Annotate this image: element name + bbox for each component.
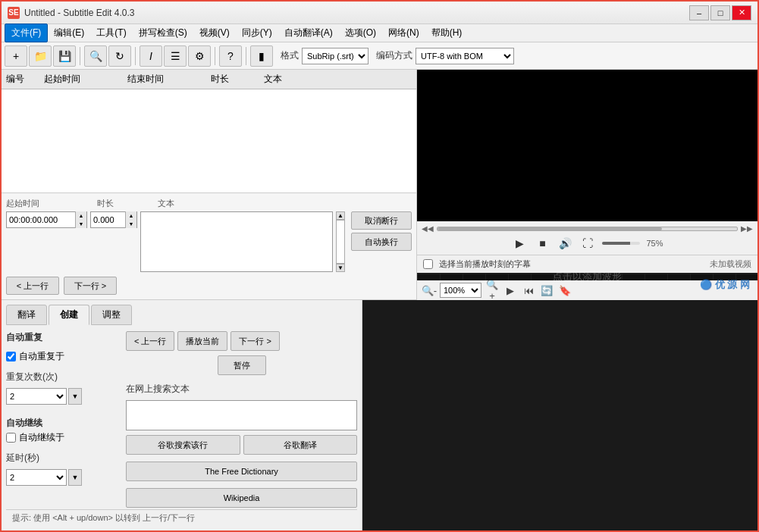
auto-continue-section: 自动继续 自动继续于 bbox=[6, 417, 120, 444]
menu-spell[interactable]: 拼写检查(S) bbox=[133, 24, 193, 42]
menu-file[interactable]: 文件(F) bbox=[5, 23, 48, 42]
wikipedia-button[interactable]: Wikipedia bbox=[126, 488, 357, 508]
text-edit-area: ▲ ▼ bbox=[140, 211, 345, 272]
prev-line-button-create[interactable]: < 上一行 bbox=[126, 331, 174, 351]
play-current-button[interactable]: 播放当前 bbox=[177, 331, 227, 351]
free-dictionary-button[interactable]: The Free Dictionary bbox=[126, 462, 357, 481]
bottom-panels: 翻译 创建 调整 自动重复 自动重复于 重复次数(次) 2 bbox=[2, 300, 757, 530]
seek-bar: ◀◀ ▶▶ bbox=[422, 224, 753, 233]
table-body[interactable] bbox=[2, 89, 416, 192]
window-title: Untitled - Subtitle Edit 4.0.3 bbox=[24, 8, 689, 18]
menu-tools[interactable]: 工具(T) bbox=[90, 24, 132, 42]
italic-button[interactable]: I bbox=[140, 45, 162, 67]
fullscreen-button[interactable]: ⛶ bbox=[579, 235, 596, 252]
textarea-scroll-body[interactable] bbox=[336, 220, 345, 264]
tab-create[interactable]: 创建 bbox=[49, 305, 89, 325]
volume-button[interactable]: 🔊 bbox=[557, 235, 573, 252]
textarea-scroll-down[interactable]: ▼ bbox=[336, 264, 345, 272]
waveform-checkbox-label: 选择当前播放时刻的字幕 bbox=[439, 258, 531, 270]
auto-continue-check-label: 自动继续于 bbox=[19, 431, 64, 444]
auto-continue-checkbox[interactable] bbox=[6, 433, 16, 443]
google-search-button[interactable]: 谷歌搜索该行 bbox=[126, 435, 240, 455]
zoom-in-button[interactable]: 🔍+ bbox=[485, 283, 500, 298]
seek-left-arrow[interactable]: ◀◀ bbox=[422, 224, 434, 233]
refresh-button[interactable]: ↻ bbox=[108, 45, 131, 67]
pause-btn-row: 暂停 bbox=[126, 355, 357, 375]
maximize-button[interactable]: □ bbox=[710, 5, 730, 20]
menu-help[interactable]: 帮助(H) bbox=[425, 24, 469, 42]
text-textarea[interactable] bbox=[140, 211, 333, 272]
align-button[interactable]: ☰ bbox=[164, 45, 187, 67]
frame-back-button[interactable]: ⏮ bbox=[521, 283, 536, 298]
encoding-label: 编码方式 bbox=[376, 49, 412, 62]
close-button[interactable]: ✕ bbox=[732, 5, 751, 20]
tab-translate[interactable]: 翻译 bbox=[6, 305, 47, 325]
play-button[interactable]: ▶ bbox=[511, 235, 528, 252]
auto-continue-check-row: 自动继续于 bbox=[6, 431, 120, 444]
encoding-select[interactable]: UTF-8 with BOM bbox=[416, 48, 514, 64]
tab-adjust[interactable]: 调整 bbox=[91, 305, 132, 325]
next-line-button-edit[interactable]: 下一行 > bbox=[64, 277, 117, 295]
prev-line-button-edit[interactable]: < 上一行 bbox=[6, 277, 59, 295]
start-time-down[interactable]: ▼ bbox=[76, 220, 86, 228]
open-button[interactable]: 📁 bbox=[29, 45, 52, 67]
menu-network[interactable]: 网络(N) bbox=[382, 24, 425, 42]
format-select[interactable]: SubRip (.srt) bbox=[302, 48, 369, 64]
play-wf-button[interactable]: ▶ bbox=[503, 283, 518, 298]
seek-progress bbox=[438, 227, 662, 230]
auto-repeat-checkbox[interactable] bbox=[6, 352, 16, 361]
waveform-header: 选择当前播放时刻的字幕 未加载视频 bbox=[417, 255, 757, 273]
waveform-status: 未加载视频 bbox=[710, 258, 751, 270]
start-time-input[interactable] bbox=[7, 212, 75, 227]
settings-button[interactable]: ⚙ bbox=[188, 45, 211, 67]
col-header-start: 起始时间 bbox=[39, 73, 123, 86]
zoom-out-button[interactable]: 🔍- bbox=[422, 283, 437, 298]
menu-auto-translate[interactable]: 自动翻译(A) bbox=[278, 24, 339, 42]
minimize-button[interactable]: – bbox=[689, 5, 709, 20]
seek-track[interactable] bbox=[437, 227, 738, 231]
help-icon-button[interactable]: ? bbox=[219, 45, 242, 67]
cancel-line-break-button[interactable]: 取消断行 bbox=[351, 211, 412, 230]
auto-break-button[interactable]: 自动换行 bbox=[351, 233, 412, 251]
repeat-count-arrow[interactable]: ▼ bbox=[68, 388, 82, 405]
action-btns: 取消断行 自动换行 bbox=[351, 211, 412, 251]
nav-btns: < 上一行 下一行 > bbox=[6, 277, 412, 295]
playback-btns-row: < 上一行 播放当前 下一行 > bbox=[126, 331, 357, 351]
delay-arrow[interactable]: ▼ bbox=[68, 469, 82, 486]
menu-video[interactable]: 视频(V) bbox=[193, 24, 236, 42]
loop-button[interactable]: 🔄 bbox=[539, 283, 554, 298]
right-panel: ◀◀ ▶▶ ▶ ■ 🔊 ⛶ 75% bbox=[417, 70, 757, 300]
textarea-scrollbar[interactable]: ▲ bbox=[336, 211, 345, 220]
new-button[interactable]: + bbox=[5, 45, 27, 67]
search-online-label: 在网上搜索文本 bbox=[126, 383, 357, 396]
bookmark-button[interactable]: 🔖 bbox=[557, 283, 572, 298]
pause-button[interactable]: 暂停 bbox=[218, 355, 266, 375]
dur-down[interactable]: ▼ bbox=[126, 220, 136, 228]
google-translate-button[interactable]: 谷歌翻译 bbox=[243, 435, 358, 455]
delay-select[interactable]: 2 bbox=[6, 469, 67, 486]
start-time-up[interactable]: ▲ bbox=[76, 211, 86, 220]
dur-up[interactable]: ▲ bbox=[126, 211, 136, 220]
zoom-select[interactable]: 100% bbox=[440, 283, 481, 298]
menu-sync[interactable]: 同步(Y) bbox=[236, 24, 278, 42]
next-line-button-create[interactable]: 下一行 > bbox=[231, 331, 279, 351]
duration-input[interactable] bbox=[91, 215, 125, 224]
video-zoom-value: 75% bbox=[646, 239, 663, 248]
search-online-input[interactable] bbox=[126, 400, 357, 430]
video-controls: ◀◀ ▶▶ ▶ ■ 🔊 ⛶ 75% bbox=[417, 221, 757, 255]
waveform-checkbox[interactable] bbox=[423, 259, 433, 269]
edit-labels: 起始时间 时长 文本 bbox=[6, 198, 412, 209]
seek-right-arrow[interactable]: ▶▶ bbox=[741, 224, 753, 233]
volume-slider[interactable] bbox=[602, 242, 640, 245]
menu-edit[interactable]: 编辑(E) bbox=[48, 24, 90, 42]
web-btn-row: 谷歌搜索该行 谷歌翻译 bbox=[126, 435, 357, 455]
find-button[interactable]: 🔍 bbox=[84, 45, 107, 67]
auto-repeat-title: 自动重复 bbox=[6, 331, 120, 344]
repeat-count-select[interactable]: 2 bbox=[6, 388, 67, 405]
layout-button[interactable]: ▮ bbox=[250, 45, 273, 67]
menu-options[interactable]: 选项(O) bbox=[339, 24, 382, 42]
tabs-row: 翻译 创建 调整 bbox=[6, 305, 357, 325]
waveform-center-text: 点击以添加波形 bbox=[553, 273, 622, 280]
stop-button[interactable]: ■ bbox=[534, 235, 550, 252]
save-button[interactable]: 💾 bbox=[53, 45, 76, 67]
